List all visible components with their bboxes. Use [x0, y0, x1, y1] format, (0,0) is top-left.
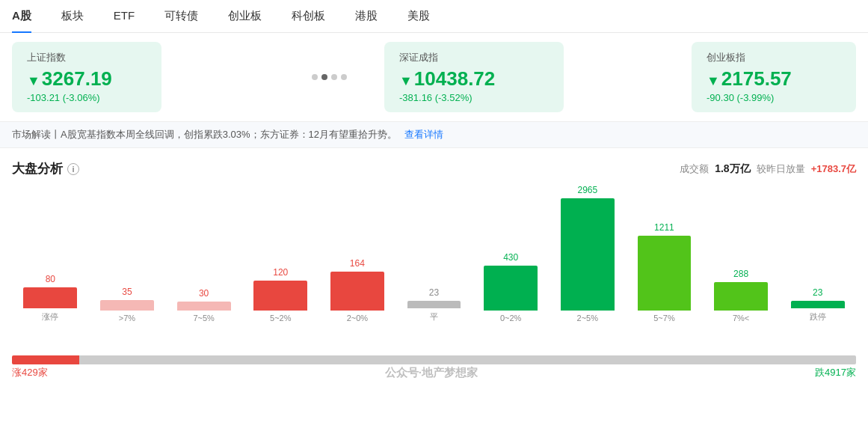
analysis-section: 大盘分析 i 成交额 1.8万亿 较昨日放量 +1783.7亿 80涨停35>7… — [0, 148, 868, 352]
volume-value: 1.8万亿 — [715, 162, 750, 176]
news-text: 市场解读丨A股宽基指数本周全线回调，创指累跌3.03%；东方证券：12月有望重拾… — [12, 129, 397, 140]
nav-tab-a-stock[interactable]: A股 — [12, 0, 31, 32]
bar-label-0-2: 0~2% — [500, 314, 521, 323]
bar-label-gt7: >7% — [119, 314, 135, 323]
bar-label-limit-down: 跌停 — [810, 311, 826, 323]
bar-label-7-5: 7~5% — [193, 314, 214, 323]
bottom-labels: 涨429家 公众号·地产梦想家 跌4917家 — [12, 366, 856, 380]
bar-group-gt7: 35>7% — [89, 287, 166, 323]
volume-label: 成交额 — [680, 162, 709, 176]
shanghai-index-label: 上证指数 — [27, 51, 147, 64]
chinext-index-change: -90.30 (-3.99%) — [707, 92, 841, 103]
nav-tab-us[interactable]: 美股 — [407, 0, 430, 32]
bar-group-flat: 23平 — [395, 287, 473, 323]
bar-5-2 — [253, 281, 307, 311]
bar-count-5-7: 1211 — [654, 222, 674, 233]
dot-3[interactable] — [331, 74, 337, 80]
bar-chart: 80涨停35>7%307~5%1205~2%1642~0%23平4300~2%2… — [12, 188, 856, 352]
progress-red — [12, 355, 79, 364]
shenzhen-index-card[interactable]: 深证成指 ▼10438.72 -381.16 (-3.52%) — [384, 42, 564, 112]
bar-label-2-5: 2~5% — [577, 314, 598, 323]
shanghai-index-value: ▼3267.19 — [27, 67, 147, 91]
carousel-dots — [289, 74, 369, 80]
bar-count-flat: 23 — [429, 287, 439, 298]
bar-7-5 — [177, 302, 231, 311]
shenzhen-index-change: -381.16 (-3.52%) — [399, 92, 549, 103]
index-cards-row: 上证指数 ▼3267.19 -103.21 (-3.06%) 深证成指 ▼104… — [0, 33, 868, 121]
bar-group-limit-up: 80涨停 — [12, 274, 89, 323]
bar-label-limit-up: 涨停 — [42, 311, 58, 323]
bar-group-2-5: 29652~5% — [549, 185, 626, 323]
bar-count-limit-down: 23 — [813, 287, 822, 298]
shanghai-index-change: -103.21 (-3.06%) — [27, 92, 147, 103]
bar-group-5-7: 12115~7% — [626, 222, 703, 323]
shenzhen-index-label: 深证成指 — [399, 51, 549, 64]
bar-label-flat: 平 — [430, 311, 438, 323]
bar-gt7 — [100, 300, 154, 311]
analysis-header: 大盘分析 i 成交额 1.8万亿 较昨日放量 +1783.7亿 — [12, 160, 856, 177]
rise-count: 涨429家 — [12, 366, 48, 380]
progress-gray — [79, 355, 856, 364]
dot-4[interactable] — [341, 74, 347, 80]
bar-group-0-2: 4300~2% — [473, 252, 550, 323]
bar-group-gt7p: 2887%< — [703, 269, 780, 323]
bar-count-2-5: 2965 — [577, 185, 597, 195]
progress-bar-section — [12, 355, 856, 364]
nav-tab-star[interactable]: 科创板 — [292, 0, 325, 32]
bar-group-2-0: 1642~0% — [319, 258, 396, 323]
chinext-index-label: 创业板指 — [707, 51, 841, 64]
dot-2[interactable] — [321, 74, 327, 80]
bar-label-gt7p: 7%< — [733, 314, 749, 323]
bar-group-limit-down: 23跌停 — [779, 287, 856, 323]
nav-tab-convertible[interactable]: 可转债 — [164, 0, 198, 32]
bar-count-0-2: 430 — [503, 252, 518, 263]
bar-group-7-5: 307~5% — [165, 288, 242, 323]
volume-change: +1783.7亿 — [811, 162, 856, 176]
analysis-title: 大盘分析 i — [12, 160, 79, 177]
bar-flat — [407, 301, 461, 308]
nav-tab-etf[interactable]: ETF — [114, 0, 135, 32]
bar-label-2-0: 2~0% — [347, 314, 368, 323]
watermark: 公众号·地产梦想家 — [385, 366, 478, 379]
bar-limit-down — [791, 301, 845, 308]
chinext-index-value: ▼2175.57 — [707, 67, 841, 91]
bar-2-0 — [330, 272, 384, 311]
bar-label-5-2: 5~2% — [270, 314, 291, 323]
nav-tabs: A股板块ETF可转债创业板科创板港股美股 — [0, 0, 868, 33]
bar-2-5 — [561, 198, 615, 311]
volume-compare: 较昨日放量 — [757, 162, 805, 176]
shenzhen-index-value: ▼10438.72 — [399, 67, 549, 91]
bar-limit-up — [23, 287, 77, 308]
shanghai-index-card[interactable]: 上证指数 ▼3267.19 -103.21 (-3.06%) — [12, 42, 161, 112]
bar-count-limit-up: 80 — [46, 274, 55, 284]
dot-1[interactable] — [312, 74, 318, 80]
bar-5-7 — [638, 236, 692, 311]
progress-bar-track — [12, 355, 856, 364]
bar-count-7-5: 30 — [199, 288, 209, 299]
bar-count-2-0: 164 — [350, 258, 365, 269]
bar-label-5-7: 5~7% — [653, 314, 674, 323]
fall-count: 跌4917家 — [815, 366, 856, 380]
analysis-stats: 成交额 1.8万亿 较昨日放量 +1783.7亿 — [680, 162, 856, 176]
chinext-index-card[interactable]: 创业板指 ▼2175.57 -90.30 (-3.99%) — [692, 42, 856, 112]
bar-count-gt7p: 288 — [733, 269, 748, 279]
news-link[interactable]: 查看详情 — [404, 129, 443, 140]
bar-gt7p — [714, 282, 768, 311]
bar-0-2 — [484, 266, 538, 311]
news-bar: 市场解读丨A股宽基指数本周全线回调，创指累跌3.03%；东方证券：12月有望重拾… — [0, 121, 868, 148]
nav-tab-sector[interactable]: 板块 — [61, 0, 84, 32]
info-icon[interactable]: i — [67, 163, 79, 175]
bar-group-5-2: 1205~2% — [242, 267, 319, 323]
nav-tab-hk[interactable]: 港股 — [355, 0, 378, 32]
bar-count-gt7: 35 — [122, 287, 132, 297]
nav-tab-chinext[interactable]: 创业板 — [228, 0, 262, 32]
bar-count-5-2: 120 — [273, 267, 288, 278]
